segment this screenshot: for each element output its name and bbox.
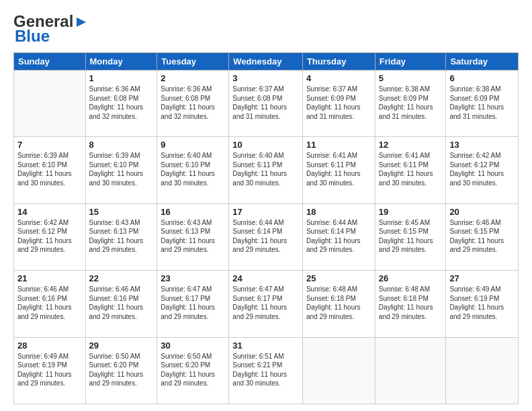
cell-1-1: 8Sunrise: 6:39 AM Sunset: 6:10 PM Daylig… <box>85 137 157 203</box>
cell-content: Sunrise: 6:47 AM Sunset: 6:17 PM Dayligh… <box>161 285 225 321</box>
col-header-monday: Monday <box>85 53 157 71</box>
cell-4-6 <box>446 337 519 404</box>
cell-0-3: 3Sunrise: 6:37 AM Sunset: 6:08 PM Daylig… <box>229 71 303 137</box>
cell-content: Sunrise: 6:39 AM Sunset: 6:10 PM Dayligh… <box>89 151 154 187</box>
day-number: 22 <box>89 273 154 283</box>
cell-content: Sunrise: 6:46 AM Sunset: 6:16 PM Dayligh… <box>17 285 82 321</box>
cell-content: Sunrise: 6:49 AM Sunset: 6:19 PM Dayligh… <box>449 285 515 321</box>
cell-0-4: 4Sunrise: 6:37 AM Sunset: 6:09 PM Daylig… <box>302 71 375 137</box>
cell-1-5: 12Sunrise: 6:41 AM Sunset: 6:11 PM Dayli… <box>375 137 446 203</box>
calendar-table: SundayMondayTuesdayWednesdayThursdayFrid… <box>13 52 519 404</box>
col-header-saturday: Saturday <box>446 53 519 71</box>
cell-3-2: 23Sunrise: 6:47 AM Sunset: 6:17 PM Dayli… <box>157 271 229 337</box>
cell-content: Sunrise: 6:44 AM Sunset: 6:14 PM Dayligh… <box>232 218 299 255</box>
day-number: 28 <box>17 340 82 351</box>
day-number: 29 <box>89 340 154 351</box>
day-number: 19 <box>379 207 443 217</box>
cell-3-4: 25Sunrise: 6:48 AM Sunset: 6:18 PM Dayli… <box>302 271 375 337</box>
day-number: 21 <box>17 273 82 283</box>
day-number: 5 <box>379 73 443 83</box>
day-number: 6 <box>449 73 515 83</box>
cell-0-6: 6Sunrise: 6:38 AM Sunset: 6:09 PM Daylig… <box>446 71 519 137</box>
cell-content: Sunrise: 6:41 AM Sunset: 6:11 PM Dayligh… <box>379 151 443 187</box>
day-number: 26 <box>379 273 443 283</box>
day-number: 24 <box>232 273 299 283</box>
day-number: 1 <box>89 73 154 83</box>
week-row-4: 28Sunrise: 6:49 AM Sunset: 6:19 PM Dayli… <box>14 337 519 404</box>
col-header-wednesday: Wednesday <box>229 53 303 71</box>
day-number: 2 <box>161 73 225 83</box>
cell-4-2: 30Sunrise: 6:50 AM Sunset: 6:20 PM Dayli… <box>157 337 229 404</box>
cell-content: Sunrise: 6:49 AM Sunset: 6:19 PM Dayligh… <box>17 352 82 388</box>
cell-content: Sunrise: 6:46 AM Sunset: 6:16 PM Dayligh… <box>89 285 154 321</box>
day-number: 3 <box>232 73 299 83</box>
col-header-tuesday: Tuesday <box>157 53 229 71</box>
cell-content: Sunrise: 6:36 AM Sunset: 6:08 PM Dayligh… <box>161 85 225 121</box>
week-row-2: 14Sunrise: 6:42 AM Sunset: 6:12 PM Dayli… <box>14 203 519 270</box>
week-row-3: 21Sunrise: 6:46 AM Sunset: 6:16 PM Dayli… <box>14 271 519 337</box>
cell-4-1: 29Sunrise: 6:50 AM Sunset: 6:20 PM Dayli… <box>85 337 157 404</box>
day-number: 8 <box>89 140 154 150</box>
cell-content: Sunrise: 6:37 AM Sunset: 6:08 PM Dayligh… <box>232 85 299 121</box>
logo-blue: Blue <box>15 27 50 46</box>
cell-1-2: 9Sunrise: 6:40 AM Sunset: 6:10 PM Daylig… <box>157 137 229 203</box>
svg-marker-0 <box>77 17 86 27</box>
day-number: 23 <box>161 273 225 283</box>
cell-4-4 <box>302 337 375 404</box>
day-number: 31 <box>232 340 299 351</box>
cell-content: Sunrise: 6:47 AM Sunset: 6:17 PM Dayligh… <box>232 285 299 321</box>
day-number: 27 <box>449 273 515 283</box>
header-row: SundayMondayTuesdayWednesdayThursdayFrid… <box>14 53 519 71</box>
day-number: 9 <box>161 140 225 150</box>
cell-4-3: 31Sunrise: 6:51 AM Sunset: 6:21 PM Dayli… <box>229 337 303 404</box>
day-number: 25 <box>306 273 371 283</box>
cell-3-0: 21Sunrise: 6:46 AM Sunset: 6:16 PM Dayli… <box>14 271 86 337</box>
cell-4-0: 28Sunrise: 6:49 AM Sunset: 6:19 PM Dayli… <box>14 337 86 404</box>
cell-3-6: 27Sunrise: 6:49 AM Sunset: 6:19 PM Dayli… <box>446 271 519 337</box>
cell-content: Sunrise: 6:48 AM Sunset: 6:18 PM Dayligh… <box>306 285 371 321</box>
day-number: 10 <box>232 140 299 150</box>
page: General Blue SundayMondayTuesdayWednesda… <box>0 0 532 411</box>
cell-content: Sunrise: 6:50 AM Sunset: 6:20 PM Dayligh… <box>89 352 154 388</box>
col-header-thursday: Thursday <box>302 53 375 71</box>
cell-1-6: 13Sunrise: 6:42 AM Sunset: 6:12 PM Dayli… <box>446 137 519 203</box>
col-header-sunday: Sunday <box>14 53 86 71</box>
day-number: 11 <box>306 140 371 150</box>
cell-0-0 <box>14 71 86 137</box>
cell-1-3: 10Sunrise: 6:40 AM Sunset: 6:11 PM Dayli… <box>229 137 303 203</box>
day-number: 18 <box>306 207 371 217</box>
day-number: 15 <box>89 207 154 217</box>
week-row-0: 1Sunrise: 6:36 AM Sunset: 6:08 PM Daylig… <box>14 71 519 137</box>
cell-content: Sunrise: 6:41 AM Sunset: 6:11 PM Dayligh… <box>306 151 371 187</box>
cell-2-1: 15Sunrise: 6:43 AM Sunset: 6:13 PM Dayli… <box>85 203 157 270</box>
day-number: 7 <box>17 140 82 150</box>
col-header-friday: Friday <box>375 53 446 71</box>
cell-content: Sunrise: 6:40 AM Sunset: 6:10 PM Dayligh… <box>161 151 225 187</box>
cell-content: Sunrise: 6:37 AM Sunset: 6:09 PM Dayligh… <box>306 85 371 121</box>
logo: General Blue <box>13 12 88 46</box>
cell-0-2: 2Sunrise: 6:36 AM Sunset: 6:08 PM Daylig… <box>157 71 229 137</box>
cell-content: Sunrise: 6:38 AM Sunset: 6:09 PM Dayligh… <box>379 85 443 121</box>
cell-content: Sunrise: 6:40 AM Sunset: 6:11 PM Dayligh… <box>232 151 299 187</box>
cell-2-2: 16Sunrise: 6:43 AM Sunset: 6:13 PM Dayli… <box>157 203 229 270</box>
cell-1-0: 7Sunrise: 6:39 AM Sunset: 6:10 PM Daylig… <box>14 137 86 203</box>
day-number: 12 <box>379 140 443 150</box>
cell-content: Sunrise: 6:43 AM Sunset: 6:13 PM Dayligh… <box>161 218 225 255</box>
day-number: 4 <box>306 73 371 83</box>
logo-arrow-icon <box>75 15 88 29</box>
cell-0-1: 1Sunrise: 6:36 AM Sunset: 6:08 PM Daylig… <box>85 71 157 137</box>
day-number: 17 <box>232 207 299 217</box>
cell-content: Sunrise: 6:42 AM Sunset: 6:12 PM Dayligh… <box>449 151 515 187</box>
cell-content: Sunrise: 6:44 AM Sunset: 6:14 PM Dayligh… <box>306 218 371 255</box>
day-number: 16 <box>161 207 225 217</box>
cell-3-1: 22Sunrise: 6:46 AM Sunset: 6:16 PM Dayli… <box>85 271 157 337</box>
cell-content: Sunrise: 6:48 AM Sunset: 6:18 PM Dayligh… <box>379 285 443 321</box>
cell-content: Sunrise: 6:39 AM Sunset: 6:10 PM Dayligh… <box>17 151 82 187</box>
cell-3-3: 24Sunrise: 6:47 AM Sunset: 6:17 PM Dayli… <box>229 271 303 337</box>
cell-2-0: 14Sunrise: 6:42 AM Sunset: 6:12 PM Dayli… <box>14 203 86 270</box>
cell-0-5: 5Sunrise: 6:38 AM Sunset: 6:09 PM Daylig… <box>375 71 446 137</box>
cell-content: Sunrise: 6:36 AM Sunset: 6:08 PM Dayligh… <box>89 85 154 121</box>
cell-content: Sunrise: 6:42 AM Sunset: 6:12 PM Dayligh… <box>17 218 82 255</box>
day-number: 13 <box>449 140 515 150</box>
cell-content: Sunrise: 6:51 AM Sunset: 6:21 PM Dayligh… <box>232 352 299 388</box>
